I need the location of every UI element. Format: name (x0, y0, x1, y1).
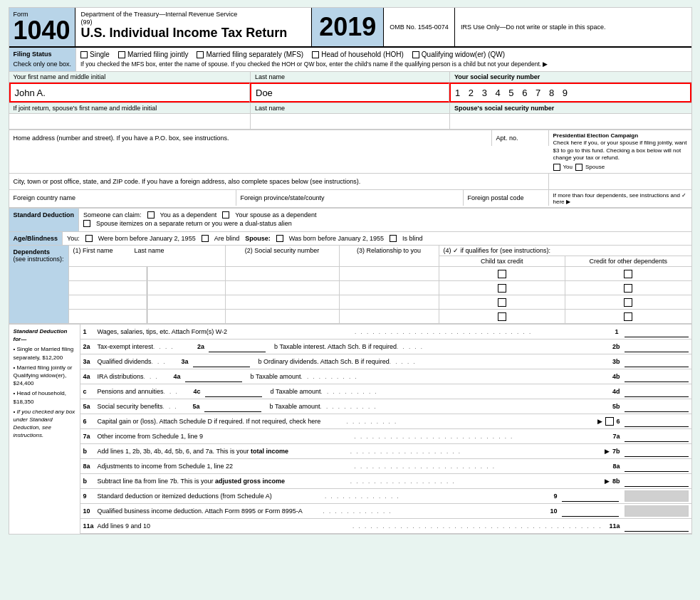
line-4b-result[interactable] (625, 371, 689, 382)
dep-row2-ssn[interactable] (226, 281, 340, 295)
filing-married-separately[interactable]: Married filing separately (MFS) (197, 51, 303, 58)
dep-row4-child-credit-checkbox[interactable] (498, 312, 506, 321)
born-before-label: Were born before January 2, 1955 (98, 235, 196, 242)
presidential-spouse-checkbox[interactable] (575, 164, 583, 171)
dep-row2-fname[interactable] (69, 281, 147, 295)
spouse-last-label: Last name (251, 103, 450, 113)
line-desc-10: Qualified business income deduction. Att… (98, 507, 323, 515)
spouse-first-field[interactable] (9, 114, 251, 129)
dep-row1-other-credit-checkbox[interactable] (624, 270, 632, 278)
line-num-8a: 8a (83, 463, 98, 470)
dep-row3-ssn[interactable] (226, 295, 340, 309)
spouse-value-row (9, 114, 691, 130)
spouse-first-label: If joint return, spouse's first name and… (9, 103, 251, 113)
first-name-field[interactable]: John A. (9, 83, 251, 102)
ssn-label: Your social security number (450, 72, 691, 82)
dep-row2-child-credit-checkbox[interactable] (498, 284, 506, 293)
line-desc-5a: Social security benefits (98, 403, 163, 410)
born-before-checkbox[interactable] (85, 235, 93, 242)
dep-row3-fname[interactable] (69, 295, 147, 309)
presidential-you-checkbox[interactable] (553, 164, 560, 171)
dep-row3-lname[interactable] (147, 295, 225, 309)
income-line-4: 4a IRA distributions . . . 4a b Taxable … (80, 369, 691, 384)
line-9-input[interactable] (562, 490, 619, 502)
dep-row2-lname[interactable] (147, 281, 225, 295)
tax-year: 2019 (319, 14, 376, 40)
filing-status-section: Filing Status Check only one box. Single… (9, 48, 691, 72)
hoh-checkbox[interactable] (312, 51, 319, 58)
line-3a-input[interactable] (193, 356, 250, 367)
dep-col4b-header: Credit for other dependents (565, 256, 691, 266)
line-4c-input[interactable] (205, 386, 262, 397)
spouse-last-field[interactable] (251, 114, 450, 129)
dep-row1-child-credit (439, 267, 565, 280)
dep-row4-lname[interactable] (147, 310, 225, 323)
line-2b-result[interactable] (625, 341, 689, 352)
sidebar-item-1: • Married filing jointly or Qualifying w… (14, 364, 75, 388)
line-num-1: 1 (83, 328, 98, 335)
address-row3: Foreign country name Foreign province/st… (9, 190, 691, 208)
filing-single[interactable]: Single (80, 51, 110, 58)
last-name-field[interactable]: Doe (250, 83, 449, 102)
filing-note: If you checked the MFS box, enter the na… (80, 60, 686, 68)
you-dependent-checkbox[interactable] (147, 211, 155, 219)
form-label-block: Form 1040 (9, 8, 75, 46)
spouse-itemizes-checkbox[interactable] (83, 220, 90, 227)
dep-row1-fname[interactable] (69, 267, 147, 280)
dep-row4-fname[interactable] (69, 310, 147, 323)
dep-row2-rel[interactable] (340, 281, 439, 295)
line-ref-4c: 4c (194, 388, 201, 395)
line-7b-result[interactable] (625, 446, 689, 457)
dep-row4-other-credit-checkbox[interactable] (624, 312, 632, 321)
spouse-ssn-field[interactable] (450, 114, 691, 129)
single-checkbox[interactable] (80, 51, 88, 58)
are-blind-checkbox[interactable] (202, 235, 209, 242)
qw-checkbox[interactable] (412, 51, 419, 58)
line-2a-input[interactable] (209, 341, 266, 352)
dep-col2-header: (2) Social security number (226, 246, 340, 266)
spouse-dependent-label: Your spouse as a dependent (235, 211, 316, 219)
dep-row4-ssn[interactable] (226, 310, 340, 323)
line-6-checkbox[interactable] (605, 417, 614, 426)
standard-deduction-label: Standard Deduction (9, 209, 80, 231)
line-3b-result[interactable] (625, 356, 689, 367)
filing-qualifying-widow[interactable]: Qualifying widow(er) (QW) (412, 51, 505, 58)
line-4d-result[interactable] (625, 386, 689, 397)
line-1-result[interactable] (625, 326, 689, 337)
line-7a-result[interactable] (625, 431, 689, 442)
dep-row-4 (69, 310, 691, 324)
dep-col4a-header: Child tax credit (439, 256, 565, 266)
line-8b-result[interactable] (625, 475, 689, 487)
dep-row1-lname[interactable] (147, 267, 225, 280)
line-ref-10: 10 (550, 507, 558, 515)
line-desc-6: Capital gain or (loss). Attach Schedule … (98, 418, 347, 425)
married-separately-checkbox[interactable] (197, 51, 204, 58)
arrow-6: ▶ (597, 418, 602, 425)
dep-row3-other-credit-checkbox[interactable] (624, 298, 632, 307)
line-8a-result[interactable] (625, 460, 689, 472)
line-6-result[interactable] (625, 416, 689, 427)
age-blindness-content: You: Were born before January 2, 1955 Ar… (63, 232, 691, 245)
you-dependent-label: You as a dependent (160, 211, 217, 219)
line-5b-result[interactable] (625, 401, 689, 412)
dep-row4-rel[interactable] (340, 310, 439, 323)
spouse-born-checkbox[interactable] (276, 235, 283, 242)
dep-row3-rel[interactable] (340, 295, 439, 309)
dep-row1-child-credit-checkbox[interactable] (498, 270, 506, 278)
spouse-dependent-checkbox[interactable] (222, 211, 229, 219)
dep-row1-ssn[interactable] (226, 267, 340, 280)
dep-row1-rel[interactable] (340, 267, 439, 280)
dep-row3-child-credit-checkbox[interactable] (498, 298, 506, 307)
is-blind-label: Is blind (402, 235, 423, 242)
dep-row2-other-credit-checkbox[interactable] (624, 284, 632, 293)
line-10-input[interactable] (562, 505, 619, 517)
filing-married-jointly[interactable]: Married filing jointly (118, 51, 189, 58)
line-11a-result[interactable] (625, 520, 689, 532)
line-5a-input[interactable] (204, 401, 261, 412)
ssn-field[interactable]: 1 2 3 4 5 6 7 8 9 (449, 83, 691, 102)
is-blind-checkbox[interactable] (390, 235, 397, 242)
filing-head-of-household[interactable]: Head of household (HOH) (312, 51, 404, 58)
married-jointly-checkbox[interactable] (118, 51, 125, 58)
income-line-11a: 11a Add lines 9 and 10 . . . . . . . . .… (80, 519, 691, 534)
line-4a-input[interactable] (185, 371, 242, 382)
